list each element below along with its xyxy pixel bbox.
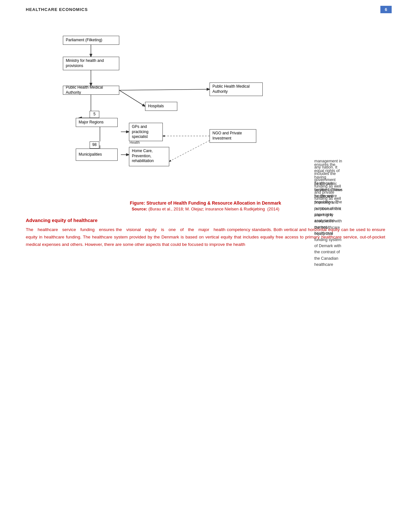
continuation-area: Figure: Structure of Health Funding & Re… (26, 200, 385, 248)
section-heading-equity: Advancing equity of healthcare (26, 218, 385, 223)
right-col-part3: ensures the equal rights of having healt… (314, 162, 385, 268)
source-line: Source: (Burau et al., 2018; M. Olejaz; … (26, 206, 385, 212)
page-number: 6 (380, 6, 392, 13)
box-major-regions: Major Regions (76, 118, 118, 127)
box-ministry: Ministry for health andprovisions (63, 57, 119, 70)
box-ngo: NGO and PrivateInvestment (210, 129, 256, 143)
box-hospitals: Hospitals (145, 102, 177, 111)
svg-line-2 (119, 89, 210, 90)
header-title: HEALTHCARE ECONOMICS (26, 7, 88, 12)
box-municipalities: Municipalities (76, 149, 118, 161)
box-gps: GPs andpracticingspecialist (129, 123, 163, 141)
svg-line-6 (119, 90, 145, 106)
box-public-health: Public Health MedicalAuthority (210, 82, 263, 96)
figure-caption: Figure: Structure of Health Funding & Re… (26, 200, 385, 206)
body-text-area: ensures the equal rights of having healt… (26, 226, 385, 248)
box-parliament: Parliament (Filketing) (63, 36, 119, 45)
box-98: 98 (90, 141, 99, 149)
svg-text:Health: Health (130, 140, 140, 144)
svg-line-13 (169, 140, 210, 161)
box-five: 5 (90, 111, 99, 118)
page-header: HEALTHCARE ECONOMICS 6 (0, 0, 411, 16)
box-annual-budget: Public Health Medical Authority (63, 86, 119, 95)
box-homecare: Home Care,Prevention,rehabilitation (129, 147, 169, 166)
main-content: Health center Parliament (Filketing) Min… (0, 16, 411, 261)
